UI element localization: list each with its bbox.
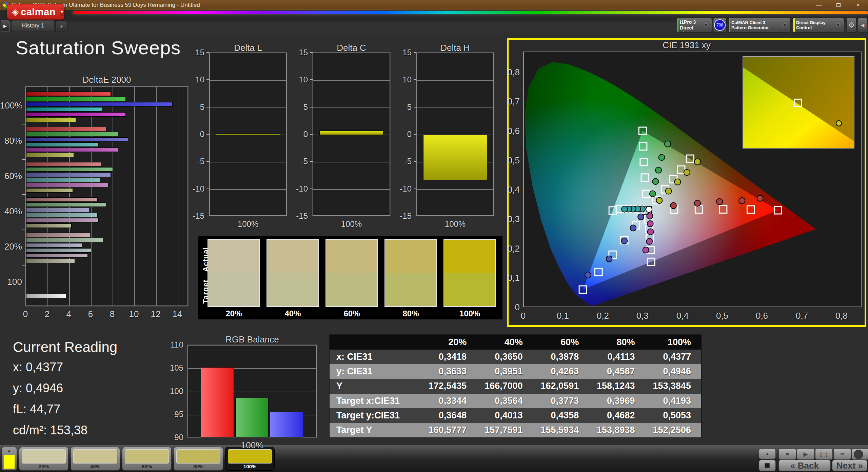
rgb-x-label: 100% [188, 440, 317, 451]
close-button[interactable]: × [848, 0, 868, 10]
back-button[interactable]: « Back [778, 460, 831, 471]
axis-tick [310, 189, 313, 189]
table-cell: 0,3773 [533, 394, 589, 408]
actual-target-swatch-panel: Actual Target 20%40%60%80%100% [198, 236, 502, 319]
next-button[interactable]: Next » [832, 460, 867, 471]
deltae-bar-80%-3 [26, 142, 99, 147]
table-row: x: CIE310,34180,36500,38780,41130,4377 [330, 350, 701, 364]
measurement-marker [716, 199, 723, 205]
deltae-bar-100%-2 [26, 102, 173, 106]
deltae-bar-20%-3 [26, 248, 91, 253]
restore-button[interactable] [829, 0, 848, 10]
measurement-marker [757, 195, 763, 201]
deltae-bar-60%-2 [26, 173, 111, 177]
delta_h-x-label: 100% [416, 219, 494, 229]
stop-measure-button[interactable] [759, 460, 776, 471]
title-bar: Calman 2025 Calman Ultimate for Business… [0, 0, 868, 10]
collapse-panel-button[interactable]: ◀ [858, 18, 867, 33]
delta_h-bar [423, 135, 487, 180]
inset-measurement-marker [836, 121, 842, 126]
deltae-x-tick-label: 10 [124, 309, 144, 319]
delta_h-y-tick-label: 0 [393, 130, 412, 139]
deltae-bar-40%-1 [26, 202, 106, 207]
add-tab-button[interactable]: + [55, 21, 67, 32]
collapse-transport-button[interactable]: ▲ [759, 448, 776, 459]
minimize-button[interactable]: — [809, 0, 829, 10]
axis-tick [206, 161, 209, 162]
deltae-bar-40%-5 [26, 223, 72, 228]
delta_c-y-tick-label: 15 [290, 48, 308, 57]
tab-scroll-button[interactable]: ▶ [1, 20, 9, 32]
play-button[interactable]: ▶ [797, 448, 814, 460]
deltae-bar-40%-2 [26, 208, 89, 212]
cie-x-tick-label: 0,1 [551, 311, 575, 321]
table-cell: 0,4946 [645, 364, 701, 379]
table-cell: 0,4587 [589, 364, 645, 379]
gridline [91, 87, 92, 306]
table-cell: 0,4377 [645, 350, 701, 364]
meter-dropdown[interactable]: X-Rite i1Pro 3 Direct View ▼ [677, 18, 712, 33]
calman-menu-button[interactable]: ◈ calman ▼ [7, 4, 64, 20]
deltae-y-group-label: 80% [0, 136, 22, 146]
delta_l-y-tick-label: 15 [186, 48, 204, 57]
meter-badge[interactable]: 708 [713, 18, 727, 33]
cie-y-tick-label: 0,5 [501, 155, 520, 166]
pattern-color-control[interactable]: ▲ [1, 447, 17, 471]
display-control-dropdown[interactable]: Direct Display Control ▼ [793, 18, 844, 33]
measurement-marker [621, 238, 627, 244]
table-column-header: 60% [533, 335, 589, 350]
settings-button[interactable]: ⚙ [846, 18, 856, 33]
measurement-marker [694, 200, 701, 206]
axis-tick [414, 134, 416, 135]
cie-y-tick-label: 0,4 [501, 184, 520, 195]
step-button[interactable]: [··] [815, 448, 833, 460]
swatch-actual [326, 240, 377, 273]
rgb-y-tick-label: 100 [166, 387, 183, 396]
axis-tick [414, 107, 416, 107]
axis-tick [22, 265, 25, 266]
measurement-marker [659, 154, 665, 160]
deltae-y-group-label: 60% [0, 171, 22, 181]
axis-tick [310, 216, 313, 216]
deltae-bar-white [26, 294, 66, 298]
patch-button-60%[interactable]: 60% [122, 447, 172, 471]
cie-y-tick-label: 0,6 [501, 126, 520, 136]
measurement-marker [666, 188, 672, 194]
deltae-bar-20%-2 [26, 243, 82, 248]
cie-x-tick-label: 0,7 [790, 311, 814, 321]
stop-button[interactable]: ■ [778, 448, 796, 460]
measurement-marker [665, 141, 671, 147]
rgb-y-tick-label: 95 [166, 410, 183, 419]
patch-button-40%[interactable]: 40% [71, 447, 120, 471]
table-cell: 0,3878 [533, 350, 589, 364]
deltae-chart-title: DeltaE 2000 [25, 75, 188, 85]
gridline [417, 189, 493, 190]
deltae-x-tick-label: 8 [102, 309, 122, 319]
meter-badge-value: 708 [714, 19, 726, 31]
rgb-bar-green [235, 398, 269, 437]
cie-y-tick-label: 0,2 [501, 243, 520, 254]
delta_l-y-tick-label: 5 [186, 102, 204, 112]
deltae-bar-60%-5 [26, 188, 73, 193]
pattern-generator-dropdown[interactable]: CalMAN Client 3 Pattern Generator ▼ [728, 18, 791, 33]
record-indicator [854, 450, 863, 459]
delta_h-y-tick-label: 15 [393, 48, 412, 57]
measurement-marker [647, 221, 653, 227]
delta_h-y-tick-label: -15 [393, 211, 412, 221]
delta_c-bar [319, 131, 383, 135]
delta_c-y-tick-label: -10 [290, 184, 308, 194]
deltae-bar-60%-3 [26, 178, 100, 182]
current-reading-title: Current Reading [13, 339, 117, 355]
infinity-button[interactable]: ∞ [833, 448, 851, 460]
patch-button-20%[interactable]: 20% [19, 447, 68, 471]
current-pattern-swatch [3, 455, 15, 469]
axis-tick [414, 161, 416, 162]
deltae-y-group-label: 100% [0, 100, 22, 111]
display-control-label: Direct Display Control [795, 20, 834, 30]
deltae-bar-60%-0 [26, 162, 101, 166]
measurement-marker [652, 178, 658, 184]
chevron-down-icon: ▼ [60, 7, 64, 16]
tab-history-1[interactable]: History 1 [11, 20, 55, 32]
delta_l-y-tick-label: -15 [186, 211, 204, 221]
axis-tick [206, 189, 209, 189]
